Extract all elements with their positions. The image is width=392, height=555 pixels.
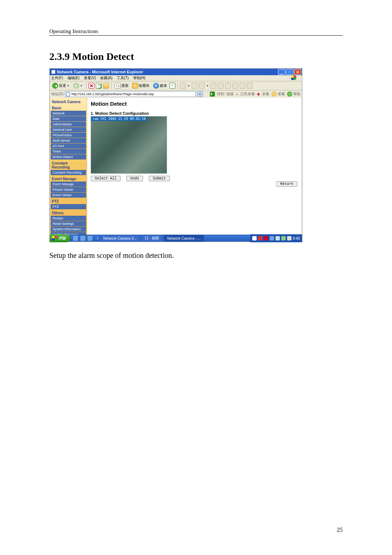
ext-link-3[interactable]: 查毒 — [271, 92, 285, 97]
sidebar-item-general-user[interactable]: General User — [51, 127, 86, 132]
home-icon[interactable] — [103, 83, 109, 89]
back-button[interactable]: 后退 ▼ — [51, 82, 71, 89]
chevron-down-icon: ▼ — [187, 84, 190, 88]
menu-tools[interactable]: 工具(T) — [117, 76, 129, 81]
search-button[interactable]: 搜索 — [114, 82, 130, 89]
ext-link-2[interactable]: 杀毒 — [262, 92, 269, 97]
sidebar-item-reset-settings[interactable]: Reset Settings — [51, 221, 86, 226]
sidebar-item-restart[interactable]: Restart — [51, 216, 86, 221]
undo-button[interactable]: Undo — [126, 176, 143, 181]
sidebar-item-picture-viewer[interactable]: Picture Viewer — [51, 187, 86, 192]
overflow-chevron-icon[interactable]: » — [95, 236, 100, 240]
start-button[interactable]: 开始 — [50, 234, 70, 242]
quick-launch-icon[interactable] — [87, 235, 93, 241]
research-icon[interactable] — [218, 83, 224, 89]
sidebar-item-multi-server[interactable]: Multi-Server — [51, 138, 86, 143]
window-title: Network Camera - Microsoft Internet Expl… — [57, 70, 143, 74]
window-titlebar: Network Camera - Microsoft Internet Expl… — [50, 69, 302, 75]
quick-launch — [70, 235, 95, 241]
windows-flag-icon — [291, 76, 296, 80]
video-preview[interactable]: cam CH1 2004-11-29 09:42:10 — [91, 116, 167, 174]
address-input[interactable]: http://192.168.1.82/cgi/adminframe?Page=… — [65, 91, 196, 97]
help-icon — [287, 92, 292, 97]
menu-favorites[interactable]: 收藏(A) — [100, 76, 112, 81]
mail-icon[interactable] — [180, 83, 186, 89]
header-rule — [49, 35, 343, 36]
ext-link-1[interactable]: 江民杀毒 — [240, 92, 255, 97]
toolbar: 后退 ▼ ▼ 搜索 收藏夹 媒体 — [50, 81, 302, 90]
address-dropdown[interactable]: ▾ — [197, 91, 203, 97]
messenger-icon[interactable] — [225, 83, 231, 89]
quick-launch-icon[interactable] — [80, 235, 86, 241]
tray-icon[interactable] — [252, 236, 257, 240]
taskbar-task-1[interactable]: Network Camera V... — [100, 235, 140, 242]
close-button[interactable]: ✕ — [294, 69, 301, 75]
sidebar-item-event-manage[interactable]: Event Manage — [51, 182, 86, 187]
toolbar-separator — [86, 82, 86, 89]
refresh-icon[interactable] — [96, 83, 102, 89]
favorites-button[interactable]: 收藏夹 — [131, 82, 151, 89]
overflow-chevron-icon[interactable]: » — [236, 92, 238, 96]
menu-view[interactable]: 查看(V) — [84, 76, 96, 81]
menu-help[interactable]: 帮助(H) — [133, 76, 146, 81]
edit-icon[interactable] — [199, 83, 205, 89]
sidebar-item-system-information[interactable]: System Information — [51, 227, 86, 232]
video-osd: cam CH1 2004-11-29 09:42:10 — [91, 117, 147, 121]
menu-edit[interactable]: 编辑(E) — [68, 76, 79, 81]
select-all-button[interactable]: Select All — [91, 176, 121, 181]
print-icon[interactable] — [192, 83, 197, 89]
taskbar-task-2[interactable]: 11 - 画图 — [141, 235, 162, 242]
submit-button[interactable]: Submit — [149, 176, 170, 181]
quick-launch-icon[interactable] — [73, 235, 78, 241]
forward-icon — [73, 83, 79, 89]
sidebar-item-date[interactable]: Date — [51, 116, 86, 121]
toolbar-separator — [111, 82, 111, 89]
sidebar-item-ptz[interactable]: PTZ — [51, 204, 86, 209]
go-button[interactable] — [210, 92, 215, 97]
discuss-icon[interactable] — [211, 83, 216, 89]
history-icon[interactable] — [170, 83, 175, 89]
tray-icon[interactable] — [264, 236, 268, 240]
tray-icon[interactable] — [270, 236, 274, 240]
favorites-label: 收藏夹 — [139, 83, 150, 88]
start-label: 开始 — [58, 236, 66, 241]
ext-link-4[interactable]: 帮助 — [287, 92, 301, 97]
sidebar-item-picture-voice[interactable]: Picture/Voice — [51, 133, 86, 138]
media-icon — [153, 83, 159, 89]
sidebar-item-motion-detect[interactable]: Motion Detect — [51, 154, 86, 159]
toolbar-extra-icon[interactable] — [240, 83, 245, 89]
minimize-button[interactable]: _ — [278, 69, 285, 75]
sidebar-item-timer[interactable]: Timer — [51, 149, 86, 154]
sidebar-item-network[interactable]: Network — [51, 111, 86, 116]
windows-flag-icon — [52, 236, 57, 240]
links-label[interactable]: 链接 — [226, 92, 234, 97]
star-icon — [132, 83, 138, 89]
forward-button[interactable]: ▼ — [72, 82, 84, 89]
return-button[interactable]: Return — [276, 181, 297, 187]
tray-clock: 9:40 — [293, 236, 300, 240]
page-content: Network Camera Basic Network Date Admini… — [50, 98, 302, 235]
shield-icon — [271, 92, 277, 97]
sidebar-item-io-port[interactable]: I/O Port — [51, 143, 86, 149]
screenshot-window: Network Camera - Microsoft Internet Expl… — [49, 68, 302, 242]
plus-icon: ✚ — [257, 92, 260, 96]
stop-icon[interactable] — [89, 83, 94, 89]
maximize-button[interactable]: □ — [286, 69, 293, 75]
tray-icon[interactable] — [275, 236, 280, 240]
sidebar-item-constant-recording[interactable]: Constant Recording — [51, 170, 86, 175]
menu-file[interactable]: 文件(F) — [51, 76, 63, 81]
back-label: 后退 — [59, 83, 66, 88]
tray-icon[interactable] — [281, 236, 286, 240]
go-label: 转到 — [217, 92, 224, 97]
sidebar-item-event-viewer[interactable]: Event Viewer — [51, 193, 86, 198]
chevron-down-icon: ▼ — [67, 84, 70, 88]
media-button[interactable]: 媒体 — [152, 82, 168, 89]
taskbar-task-3[interactable]: Network Camera - ... — [164, 235, 204, 242]
toolbar-extra-icon[interactable] — [247, 83, 253, 89]
tray-icon[interactable] — [287, 236, 291, 240]
toolbar-extra-icon[interactable] — [232, 83, 238, 89]
tray-icon[interactable] — [258, 236, 262, 240]
config-heading: 1. Motion Detect Configuration — [91, 111, 298, 116]
address-label: 地址(D) — [51, 92, 64, 97]
sidebar-item-administrator[interactable]: Administrator — [51, 122, 86, 127]
